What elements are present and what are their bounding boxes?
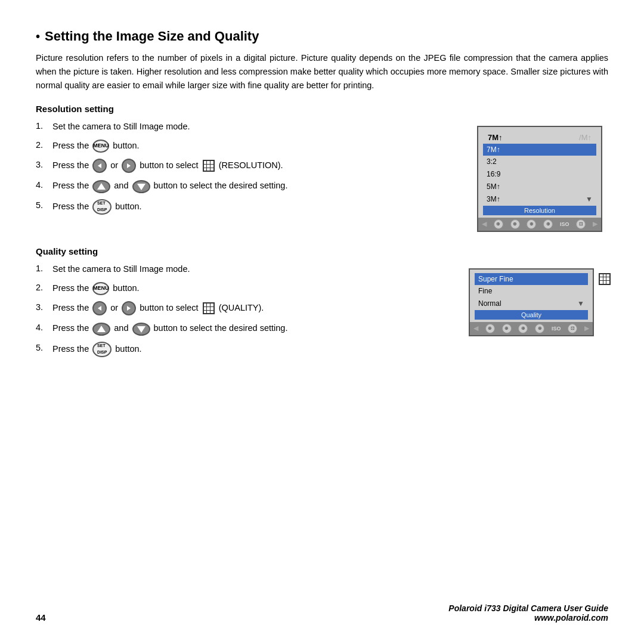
resolution-tab-label: Resolution xyxy=(483,206,596,215)
arrow-up-btn-q xyxy=(92,323,110,336)
resolution-heading: Resolution setting xyxy=(36,104,608,114)
q-screen-icon-1: ⊕ xyxy=(485,324,495,333)
resolution-step-3: 3. Press the or button to select (RESOLU… xyxy=(36,159,453,173)
quality-tab-label: Quality xyxy=(475,310,588,320)
title-bullet: • xyxy=(36,30,40,44)
set-disp-button-q: SETDISP xyxy=(92,342,112,357)
q-step-content-5: Press the SETDISP button. xyxy=(52,342,453,357)
resolution-selected-label: 7M↑ xyxy=(488,133,573,142)
step-content-3: Press the or button to select (RESOLUTIO… xyxy=(52,159,453,173)
dpad-right-res xyxy=(122,159,136,173)
quality-screen: Super Fine Fine Normal ▼ Quality ◀ ⊕ ⊕ xyxy=(469,268,611,336)
svg-marker-7 xyxy=(127,306,131,311)
screen-icon-3: ⊕ xyxy=(527,219,536,229)
q-step-num-5: 5. xyxy=(36,342,52,357)
footer-title: Polaroid i733 Digital Camera User Guide xyxy=(448,603,608,613)
quality-heading: Quality setting xyxy=(36,246,608,256)
resolution-step-1: 1. Set the camera to Still Image mode. xyxy=(36,120,453,133)
resolution-item-7m: 7M↑ xyxy=(483,144,596,156)
q-step-content-3: Press the or button to select (QUALITY). xyxy=(52,301,453,315)
right-arrow-icon: ▶ xyxy=(593,220,597,228)
resolution-preview-label: /M↑ xyxy=(579,133,592,142)
screen-icon-4: ⊕ xyxy=(543,219,553,229)
q-screen-icon-3: ⊕ xyxy=(518,324,528,333)
resolution-screen-container: 7M↑ /M↑ 7M↑ 3:2 16:9 5M↑ 3M↑ ▼ xyxy=(471,120,608,232)
menu-button-res: MENU xyxy=(92,140,109,153)
arrow-down-btn-q xyxy=(132,323,150,336)
q-step-num-1: 1. xyxy=(36,262,52,275)
quality-beside-icon xyxy=(599,268,611,285)
quality-menu: Super Fine Fine Normal ▼ Quality xyxy=(470,270,593,322)
set-disp-button-res: SETDISP xyxy=(92,199,112,215)
resolution-item-169: 16:9 xyxy=(483,168,596,181)
quality-step-2: 2. Press the MENU button. xyxy=(36,281,453,295)
dpad-left-q xyxy=(92,301,107,315)
quality-content: 1. Set the camera to Still Image mode. 2… xyxy=(36,262,608,363)
resolution-top-row: 7M↑ /M↑ xyxy=(483,131,596,143)
q-step-content-2: Press the MENU button. xyxy=(52,281,453,295)
screen-icon-5: ⊡ xyxy=(576,219,586,229)
dpad-left-res xyxy=(92,159,107,173)
quality-icon-q xyxy=(203,302,215,314)
page-number: 44 xyxy=(36,612,46,623)
resolution-icon-res xyxy=(203,160,215,172)
q-screen-icon-2: ⊕ xyxy=(502,324,512,333)
quality-step-1: 1. Set the camera to Still Image mode. xyxy=(36,262,453,275)
resolution-menu: 7M↑ /M↑ 7M↑ 3:2 16:9 5M↑ 3M↑ ▼ xyxy=(478,127,601,218)
resolution-step-4: 4. Press the and button to select the de… xyxy=(36,179,453,193)
svg-marker-6 xyxy=(98,306,101,311)
arrow-down-btn-res xyxy=(132,180,150,193)
menu-button-q: MENU xyxy=(92,282,109,295)
q-screen-icon-4: ⊕ xyxy=(535,324,544,333)
title-section: • Setting the Image Size and Quality xyxy=(36,29,608,44)
q-right-arrow-icon: ▶ xyxy=(584,324,589,332)
quality-item-superfine: Super Fine xyxy=(475,273,588,286)
resolution-step-5: 5. Press the SETDISP button. xyxy=(36,199,453,215)
quality-steps: 1. Set the camera to Still Image mode. 2… xyxy=(36,262,453,363)
step-content-5: Press the SETDISP button. xyxy=(52,199,453,215)
quality-step-5: 5. Press the SETDISP button. xyxy=(36,342,453,357)
q-screen-icon-iso: ISO xyxy=(552,326,561,332)
quality-item-fine: Fine xyxy=(475,285,588,298)
q-step-num-2: 2. xyxy=(36,281,52,295)
step-num-5: 5. xyxy=(36,199,52,215)
arrow-up-btn-res xyxy=(92,180,110,193)
svg-marker-0 xyxy=(98,163,101,168)
screen-icon-2: ⊕ xyxy=(510,219,520,229)
q-screen-icon-5: ⊡ xyxy=(568,324,577,333)
resolution-item-32: 3:2 xyxy=(483,156,596,168)
q-step-content-1: Set the camera to Still Image mode. xyxy=(52,262,453,275)
step-content-1: Set the camera to Still Image mode. xyxy=(52,120,453,133)
quality-screen-container: Super Fine Fine Normal ▼ Quality ◀ ⊕ ⊕ xyxy=(471,262,608,363)
left-arrow-icon: ◀ xyxy=(482,220,487,228)
footer-url: www.polaroid.com xyxy=(448,613,608,623)
quality-step-3: 3. Press the or button to select (QUALIT… xyxy=(36,301,453,315)
resolution-section: Resolution setting 1. Set the camera to … xyxy=(36,104,608,232)
quality-icons-bar: ◀ ⊕ ⊕ ⊕ ⊕ ISO ⊡ ▶ xyxy=(470,322,593,335)
intro-paragraph: Picture resolution refers to the number … xyxy=(36,51,608,93)
screen-icon-iso: ISO xyxy=(560,221,569,227)
step-num-2: 2. xyxy=(36,139,52,153)
quality-item-normal: Normal ▼ xyxy=(475,298,588,310)
resolution-step-2: 2. Press the MENU button. xyxy=(36,139,453,153)
step-content-2: Press the MENU button. xyxy=(52,139,453,153)
resolution-item-5m: 5M↑ xyxy=(483,181,596,193)
screen-icon-1: ⊕ xyxy=(494,219,503,229)
quality-grid-icon xyxy=(599,273,611,285)
quality-step-4: 4. Press the and button to select the de… xyxy=(36,321,453,335)
step-num-4: 4. xyxy=(36,179,52,193)
quality-section: Quality setting 1. Set the camera to Sti… xyxy=(36,246,608,363)
footer-right: Polaroid i733 Digital Camera User Guide … xyxy=(448,603,608,623)
q-step-num-4: 4. xyxy=(36,321,52,335)
resolution-screen: 7M↑ /M↑ 7M↑ 3:2 16:9 5M↑ 3M↑ ▼ xyxy=(477,126,602,232)
dpad-right-q xyxy=(122,301,136,315)
resolution-icons-bar: ◀ ⊕ ⊕ ⊕ ⊕ ISO ⊡ ▶ xyxy=(478,218,601,231)
resolution-steps: 1. Set the camera to Still Image mode. 2… xyxy=(36,120,453,232)
resolution-item-3m: 3M↑ ▼ xyxy=(483,193,596,206)
q-left-arrow-icon: ◀ xyxy=(473,324,478,332)
step-content-4: Press the and button to select the desir… xyxy=(52,179,453,193)
step-num-3: 3. xyxy=(36,159,52,173)
svg-marker-1 xyxy=(127,163,131,168)
q-step-content-4: Press the and button to select the desir… xyxy=(52,321,453,335)
resolution-display: 7M↑ /M↑ 7M↑ 3:2 16:9 5M↑ 3M↑ ▼ xyxy=(477,126,602,232)
